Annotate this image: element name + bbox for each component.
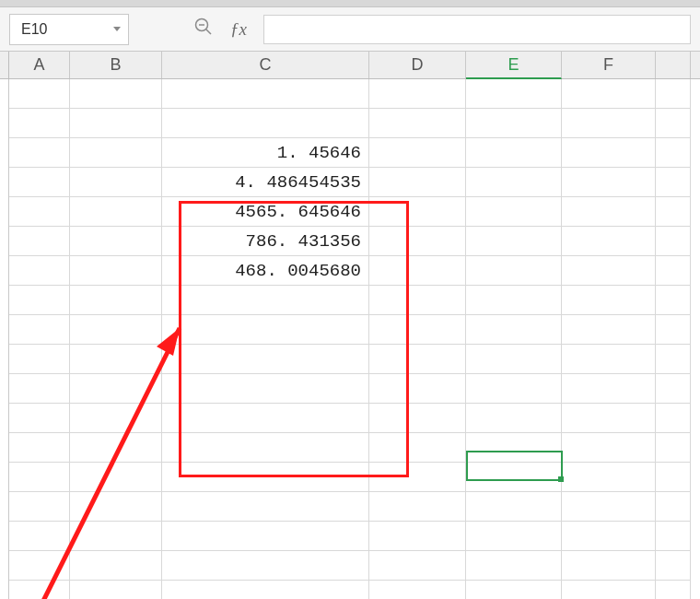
grid-body[interactable]: 1. 45646 4. 486454535 4565. 645646 786. … [0,79,700,599]
col-header-C[interactable]: C [162,52,369,78]
cell[interactable] [70,463,162,492]
cell[interactable] [369,551,466,581]
cell[interactable] [656,197,691,227]
cell[interactable] [562,286,656,315]
cell[interactable] [656,286,691,315]
cell-C6[interactable]: 786. 431356 [162,227,369,256]
cell[interactable] [656,404,691,433]
cell[interactable] [466,168,562,197]
cell[interactable] [9,168,70,197]
cell[interactable] [369,404,466,433]
cell[interactable] [656,522,691,551]
cell[interactable] [656,374,691,404]
cell[interactable] [466,286,562,315]
cell[interactable] [162,581,369,599]
cell[interactable] [162,404,369,433]
cell[interactable] [656,345,691,374]
cell[interactable] [369,197,466,227]
cell-C5[interactable]: 4565. 645646 [162,197,369,227]
cell[interactable] [9,404,70,433]
cell[interactable] [466,522,562,551]
cell[interactable] [562,79,656,109]
cell[interactable] [562,433,656,463]
cell[interactable] [9,581,70,599]
cell[interactable] [562,374,656,404]
cell[interactable] [70,581,162,599]
fx-icon[interactable]: ƒx [230,19,247,40]
cell[interactable] [562,315,656,345]
cell[interactable] [656,315,691,345]
cell[interactable] [9,286,70,315]
cell[interactable] [369,374,466,404]
cell[interactable] [656,79,691,109]
cell[interactable] [656,256,691,286]
cell[interactable] [656,551,691,581]
cell[interactable] [562,168,656,197]
cell[interactable] [369,492,466,522]
cell[interactable] [369,522,466,551]
cell[interactable] [70,197,162,227]
cell[interactable] [369,227,466,256]
cell[interactable] [466,197,562,227]
cell[interactable] [656,138,691,168]
cell[interactable] [656,433,691,463]
cell[interactable] [162,522,369,551]
cell[interactable] [9,315,70,345]
cell[interactable] [562,522,656,551]
cell[interactable] [9,109,70,138]
cell[interactable] [656,492,691,522]
cell[interactable] [70,168,162,197]
cell[interactable] [369,433,466,463]
cell[interactable] [70,138,162,168]
cell[interactable] [9,345,70,374]
cell[interactable] [70,256,162,286]
cell[interactable] [162,374,369,404]
cell[interactable] [656,463,691,492]
cell[interactable] [70,109,162,138]
cell[interactable] [466,581,562,599]
formula-input[interactable] [263,15,691,44]
cell[interactable] [369,138,466,168]
cell[interactable] [562,227,656,256]
cell[interactable] [656,109,691,138]
cell[interactable] [562,492,656,522]
cell[interactable] [9,492,70,522]
cell[interactable] [562,581,656,599]
cell[interactable] [369,168,466,197]
col-header-E[interactable]: E [466,52,562,79]
cell[interactable] [369,79,466,109]
cell[interactable] [70,522,162,551]
cell[interactable] [162,463,369,492]
cell[interactable] [70,315,162,345]
cell[interactable] [466,404,562,433]
cell[interactable] [70,433,162,463]
cell[interactable] [162,551,369,581]
cell[interactable] [9,197,70,227]
cell[interactable] [369,345,466,374]
cell[interactable] [369,315,466,345]
cell[interactable] [70,551,162,581]
cell[interactable] [70,345,162,374]
cell[interactable] [656,581,691,599]
cell[interactable] [562,109,656,138]
cell[interactable] [466,433,562,463]
cell[interactable] [466,227,562,256]
cell[interactable] [162,315,369,345]
cell[interactable] [162,433,369,463]
cell[interactable] [656,227,691,256]
cell[interactable] [369,581,466,599]
col-header-F[interactable]: F [562,52,656,78]
cell-C4[interactable]: 4. 486454535 [162,168,369,197]
cell[interactable] [70,374,162,404]
cell[interactable] [70,492,162,522]
cell[interactable] [70,227,162,256]
cell[interactable] [562,404,656,433]
cell[interactable] [162,79,369,109]
cell[interactable] [70,404,162,433]
cell[interactable] [466,345,562,374]
cell[interactable] [9,463,70,492]
cell[interactable] [9,551,70,581]
cell-C7[interactable]: 468. 0045680 [162,256,369,286]
cell[interactable] [562,256,656,286]
cell-C3[interactable]: 1. 45646 [162,138,369,168]
